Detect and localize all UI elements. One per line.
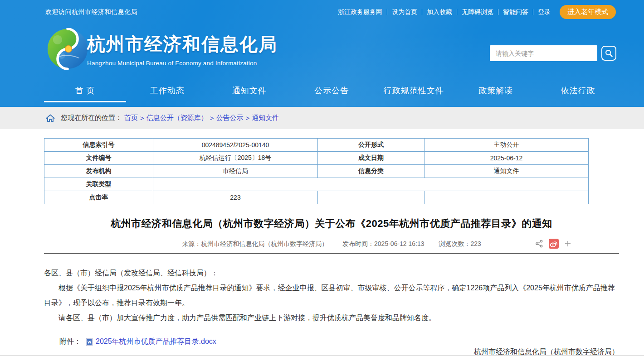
info-label: 文件编号: [44, 152, 153, 165]
info-value: [153, 178, 589, 191]
nav-item-home[interactable]: 首 页: [44, 77, 126, 107]
info-label: 成文日期: [318, 152, 424, 165]
nav-item-work-dynamics[interactable]: 工作动态: [126, 77, 208, 107]
breadcrumb-separator: >: [140, 114, 144, 122]
table-row: 文件编号 杭经信运行〔2025〕18号 成文日期 2025-06-12: [44, 152, 589, 165]
paragraph: 根据《关于组织申报2025年杭州市优质产品推荐目录的通知》要求，经企业申报、区县…: [44, 280, 619, 310]
breadcrumb: 您现在所在的位置： 首页 > 信息公开（资源库） > 公告公示 > 通知文件: [0, 107, 644, 129]
share-icons: [535, 238, 571, 249]
article-title: 杭州市经济和信息化局（杭州市数字经济局）关于公布《2025年杭州市优质产品推荐目…: [44, 217, 619, 231]
table-row: 关联类型: [44, 178, 589, 191]
breadcrumb-link-notice-documents[interactable]: 通知文件: [252, 114, 279, 122]
topbar-link-set-homepage[interactable]: 设为首页: [392, 8, 417, 16]
info-label: [318, 191, 424, 204]
nav-item-policy-interpretation[interactable]: 政策解读: [455, 77, 537, 107]
nav-item-law-based-administration[interactable]: 依法行政: [537, 77, 619, 107]
meta-source: 来源：杭州市经济和信息化局（杭州市数字经济局）: [182, 240, 328, 247]
info-label: 关联类型: [44, 178, 153, 191]
info-value: 通知文件: [424, 165, 589, 178]
attachment-row: 附件： 2025年杭州市优质产品推荐目录.docx: [44, 337, 619, 346]
site-subtitle: Hangzhou Municipal Bureau of Economy and…: [87, 60, 278, 67]
brand-text: 杭州市经济和信息化局 Hangzhou Municipal Bureau of …: [87, 32, 278, 67]
divider: [533, 9, 533, 15]
meta-views: 浏览次数：223: [439, 240, 481, 247]
info-label: 公开形式: [318, 139, 424, 152]
breadcrumb-link-announcements[interactable]: 公告公示: [216, 114, 244, 122]
meta-source-label: 来源：: [182, 240, 201, 247]
topbar-link-accessibility[interactable]: 无障碍浏览: [462, 8, 493, 16]
search-bar: [490, 45, 616, 61]
elder-mode-button[interactable]: 进入老年模式: [560, 5, 616, 19]
attachment-link[interactable]: 2025年杭州市优质产品推荐目录.docx: [96, 337, 216, 346]
search-icon: [605, 49, 613, 58]
weibo-share-icon[interactable]: [549, 239, 559, 249]
info-value: 主动公开: [424, 139, 589, 152]
main-navigation: 首 页 工作动态 通知文件 公示公告 行政规范性文件 政策解读 依法行政: [44, 77, 619, 107]
breadcrumb-separator: >: [210, 114, 214, 122]
breadcrumb-link-home[interactable]: 首页: [124, 114, 138, 122]
meta-source-value: 杭州市经济和信息化局（杭州市数字经济局）: [201, 240, 328, 247]
meta-time-value: 2025-06-12 16:13: [374, 240, 424, 247]
attachment-label: 附件：: [59, 337, 81, 346]
search-button[interactable]: [601, 46, 616, 61]
nav-item-public-announcements[interactable]: 公示公告: [290, 77, 372, 107]
table-row: 信息索引号 002489452/2025-00140 公开形式 主动公开: [44, 139, 589, 152]
info-value: 2025-06-12: [424, 152, 589, 165]
article-meta: 来源：杭州市经济和信息化局（杭州市数字经济局） 发布时间：2025-06-12 …: [44, 238, 619, 249]
share-nodes-icon[interactable]: [535, 240, 543, 248]
info-value: 002489452/2025-00140: [153, 139, 318, 152]
breadcrumb-prefix: 您现在所在的位置：: [61, 114, 122, 122]
paragraph: 请各区、县（市）加大宣传推广力度，助力产品供需匹配和产业链上下游对接，提升优质杭…: [44, 310, 619, 325]
topbar-link-smart-qa[interactable]: 智能问答: [503, 8, 528, 16]
breadcrumb-separator: >: [246, 114, 250, 122]
site-header: 欢迎访问杭州市经济和信息化局 浙江政务服务网 设为首页 加入收藏 无障碍浏览 智…: [0, 0, 644, 107]
meta-views-label: 浏览次数：: [439, 240, 470, 247]
info-value: 杭经信运行〔2025〕18号: [153, 152, 318, 165]
meta-time-label: 发布时间：: [342, 240, 374, 247]
divider-rule: [44, 253, 619, 254]
divider: [387, 9, 387, 15]
topbar-link-zhejiang-gov[interactable]: 浙江政务服务网: [338, 8, 382, 16]
topbar-link-add-favorite[interactable]: 加入收藏: [427, 8, 452, 16]
divider: [422, 9, 422, 15]
info-value: [424, 191, 589, 204]
info-label: 点击率: [44, 191, 153, 204]
divider: [457, 9, 457, 15]
home-icon: [45, 113, 55, 123]
more-share-icon[interactable]: [564, 240, 571, 247]
nav-item-notice-documents[interactable]: 通知文件: [208, 77, 290, 107]
info-label: 信息分类: [318, 165, 424, 178]
info-label: 信息索引号: [44, 139, 153, 152]
site-title: 杭州市经济和信息化局: [87, 32, 278, 57]
divider: [498, 9, 498, 15]
salutation: 各区、县（市）经信局（发改经信局、经信科技局）：: [44, 265, 619, 280]
topbar-links: 浙江政务服务网 设为首页 加入收藏 无障碍浏览 智能问答 登录 进入老年模式: [338, 5, 616, 19]
info-value: 223: [153, 191, 318, 204]
welcome-text: 欢迎访问杭州市经济和信息化局: [45, 8, 137, 16]
meta-views-value: 223: [470, 240, 481, 247]
meta-publish-time: 发布时间：2025-06-12 16:13: [342, 240, 424, 247]
search-input[interactable]: [490, 45, 597, 61]
info-label: 发布机构: [44, 165, 153, 178]
topbar-link-login[interactable]: 登录: [538, 8, 551, 16]
table-row: 点击率 223: [44, 191, 589, 204]
info-value: 市经信局: [153, 165, 318, 178]
document-info-table: 信息索引号 002489452/2025-00140 公开形式 主动公开 文件编…: [44, 138, 589, 204]
article-body: 各区、县（市）经信局（发改经信局、经信科技局）： 根据《关于组织申报2025年杭…: [44, 265, 619, 325]
word-document-icon: [86, 338, 93, 346]
nav-item-administrative-normative-documents[interactable]: 行政规范性文件: [373, 77, 455, 107]
bureau-logo-icon: [47, 28, 88, 70]
topbar: 欢迎访问杭州市经济和信息化局 浙江政务服务网 设为首页 加入收藏 无障碍浏览 智…: [45, 5, 616, 19]
table-row: 发布机构 市经信局 信息分类 通知文件: [44, 165, 589, 178]
main-content: 信息索引号 002489452/2025-00140 公开形式 主动公开 文件编…: [0, 138, 644, 356]
breadcrumb-link-info-disclosure[interactable]: 信息公开（资源库）: [146, 114, 208, 122]
